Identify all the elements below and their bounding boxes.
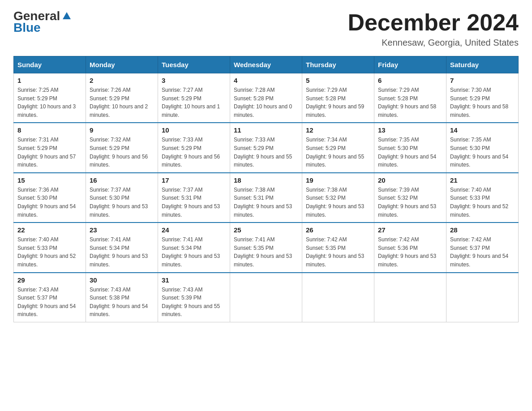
day-info: Sunrise: 7:37 AMSunset: 5:30 PMDaylight:… (90, 186, 154, 219)
day-info: Sunrise: 7:35 AMSunset: 5:30 PMDaylight:… (450, 136, 515, 169)
day-info: Sunrise: 7:43 AMSunset: 5:38 PMDaylight:… (90, 286, 154, 319)
title-section: December 2024 Kennesaw, Georgia, United … (348, 9, 519, 48)
calendar-cell: 7 Sunrise: 7:30 AMSunset: 5:29 PMDayligh… (446, 73, 519, 123)
calendar-cell: 22 Sunrise: 7:40 AMSunset: 5:33 PMDaylig… (14, 223, 86, 272)
day-info: Sunrise: 7:43 AMSunset: 5:39 PMDaylight:… (162, 286, 226, 319)
day-number: 5 (306, 77, 370, 84)
weekday-header-monday: Monday (86, 56, 158, 73)
calendar-header-row: SundayMondayTuesdayWednesdayThursdayFrid… (14, 56, 519, 73)
calendar-week-row: 22 Sunrise: 7:40 AMSunset: 5:33 PMDaylig… (14, 223, 519, 272)
day-number: 31 (162, 276, 226, 284)
weekday-header-sunday: Sunday (14, 56, 86, 73)
day-info: Sunrise: 7:42 AMSunset: 5:36 PMDaylight:… (378, 235, 442, 269)
day-number: 27 (378, 226, 442, 234)
day-number: 9 (90, 126, 154, 134)
calendar-cell: 13 Sunrise: 7:35 AMSunset: 5:30 PMDaylig… (374, 123, 446, 172)
day-number: 19 (306, 176, 370, 184)
day-number: 7 (450, 77, 515, 84)
day-info: Sunrise: 7:31 AMSunset: 5:29 PMDaylight:… (17, 136, 82, 169)
svg-marker-0 (63, 12, 71, 19)
day-number: 8 (17, 126, 82, 134)
calendar-cell: 2 Sunrise: 7:26 AMSunset: 5:29 PMDayligh… (86, 73, 158, 123)
day-number: 24 (162, 226, 226, 234)
day-info: Sunrise: 7:27 AMSunset: 5:29 PMDaylight:… (162, 86, 226, 119)
day-info: Sunrise: 7:37 AMSunset: 5:31 PMDaylight:… (162, 186, 226, 219)
day-number: 26 (306, 226, 370, 234)
page-header: General Blue December 2024 Kennesaw, Geo… (13, 9, 519, 48)
calendar-cell: 15 Sunrise: 7:36 AMSunset: 5:30 PMDaylig… (14, 173, 86, 223)
calendar-week-row: 15 Sunrise: 7:36 AMSunset: 5:30 PMDaylig… (14, 173, 519, 223)
calendar-cell: 9 Sunrise: 7:32 AMSunset: 5:29 PMDayligh… (86, 123, 158, 172)
day-number: 6 (378, 77, 442, 84)
day-number: 3 (162, 77, 226, 84)
calendar-cell (374, 273, 446, 322)
calendar-cell: 29 Sunrise: 7:43 AMSunset: 5:37 PMDaylig… (14, 273, 86, 322)
day-number: 21 (450, 176, 515, 184)
day-number: 10 (162, 126, 226, 134)
calendar-cell: 20 Sunrise: 7:39 AMSunset: 5:32 PMDaylig… (374, 173, 446, 223)
day-info: Sunrise: 7:41 AMSunset: 5:34 PMDaylight:… (90, 235, 154, 269)
calendar-cell: 3 Sunrise: 7:27 AMSunset: 5:29 PMDayligh… (158, 73, 230, 123)
day-info: Sunrise: 7:29 AMSunset: 5:28 PMDaylight:… (378, 86, 442, 119)
day-info: Sunrise: 7:38 AMSunset: 5:32 PMDaylight:… (306, 186, 370, 219)
calendar-week-row: 1 Sunrise: 7:25 AMSunset: 5:29 PMDayligh… (14, 73, 519, 123)
calendar-cell: 21 Sunrise: 7:40 AMSunset: 5:33 PMDaylig… (446, 173, 519, 223)
day-number: 16 (90, 176, 154, 184)
calendar-cell: 12 Sunrise: 7:34 AMSunset: 5:29 PMDaylig… (302, 123, 374, 172)
logo: General Blue (13, 9, 72, 35)
calendar-cell: 18 Sunrise: 7:38 AMSunset: 5:31 PMDaylig… (230, 173, 302, 223)
calendar-cell: 5 Sunrise: 7:29 AMSunset: 5:28 PMDayligh… (302, 73, 374, 123)
day-info: Sunrise: 7:35 AMSunset: 5:30 PMDaylight:… (378, 136, 442, 169)
weekday-header-wednesday: Wednesday (230, 56, 302, 73)
calendar-cell (302, 273, 374, 322)
calendar-cell: 6 Sunrise: 7:29 AMSunset: 5:28 PMDayligh… (374, 73, 446, 123)
calendar-table: SundayMondayTuesdayWednesdayThursdayFrid… (13, 56, 519, 322)
weekday-header-tuesday: Tuesday (158, 56, 230, 73)
calendar-cell: 30 Sunrise: 7:43 AMSunset: 5:38 PMDaylig… (86, 273, 158, 322)
logo-triangle-icon (62, 10, 72, 20)
weekday-header-thursday: Thursday (302, 56, 374, 73)
logo-text-blue: Blue (13, 21, 41, 35)
day-info: Sunrise: 7:42 AMSunset: 5:35 PMDaylight:… (306, 235, 370, 269)
day-number: 11 (234, 126, 298, 134)
day-number: 29 (17, 276, 82, 284)
calendar-cell: 14 Sunrise: 7:35 AMSunset: 5:30 PMDaylig… (446, 123, 519, 172)
day-info: Sunrise: 7:39 AMSunset: 5:32 PMDaylight:… (378, 186, 442, 219)
day-info: Sunrise: 7:38 AMSunset: 5:31 PMDaylight:… (234, 186, 298, 219)
calendar-cell: 25 Sunrise: 7:41 AMSunset: 5:35 PMDaylig… (230, 223, 302, 272)
day-info: Sunrise: 7:26 AMSunset: 5:29 PMDaylight:… (90, 86, 154, 119)
day-number: 4 (234, 77, 298, 84)
day-number: 12 (306, 126, 370, 134)
day-number: 22 (17, 226, 82, 234)
calendar-cell: 31 Sunrise: 7:43 AMSunset: 5:39 PMDaylig… (158, 273, 230, 322)
day-number: 20 (378, 176, 442, 184)
calendar-week-row: 29 Sunrise: 7:43 AMSunset: 5:37 PMDaylig… (14, 273, 519, 322)
calendar-cell: 8 Sunrise: 7:31 AMSunset: 5:29 PMDayligh… (14, 123, 86, 172)
day-info: Sunrise: 7:41 AMSunset: 5:35 PMDaylight:… (234, 235, 298, 269)
day-number: 13 (378, 126, 442, 134)
day-info: Sunrise: 7:30 AMSunset: 5:29 PMDaylight:… (450, 86, 515, 119)
calendar-cell: 27 Sunrise: 7:42 AMSunset: 5:36 PMDaylig… (374, 223, 446, 272)
calendar-cell: 26 Sunrise: 7:42 AMSunset: 5:35 PMDaylig… (302, 223, 374, 272)
calendar-week-row: 8 Sunrise: 7:31 AMSunset: 5:29 PMDayligh… (14, 123, 519, 172)
calendar-cell: 24 Sunrise: 7:41 AMSunset: 5:34 PMDaylig… (158, 223, 230, 272)
day-number: 25 (234, 226, 298, 234)
day-number: 1 (17, 77, 82, 84)
calendar-cell: 10 Sunrise: 7:33 AMSunset: 5:29 PMDaylig… (158, 123, 230, 172)
calendar-title: December 2024 (348, 9, 519, 36)
day-info: Sunrise: 7:33 AMSunset: 5:29 PMDaylight:… (162, 136, 226, 169)
calendar-cell: 4 Sunrise: 7:28 AMSunset: 5:28 PMDayligh… (230, 73, 302, 123)
day-number: 23 (90, 226, 154, 234)
day-number: 17 (162, 176, 226, 184)
day-info: Sunrise: 7:40 AMSunset: 5:33 PMDaylight:… (17, 235, 82, 269)
day-number: 18 (234, 176, 298, 184)
day-number: 14 (450, 126, 515, 134)
calendar-cell: 11 Sunrise: 7:33 AMSunset: 5:29 PMDaylig… (230, 123, 302, 172)
day-number: 15 (17, 176, 82, 184)
day-info: Sunrise: 7:28 AMSunset: 5:28 PMDaylight:… (234, 86, 298, 119)
day-info: Sunrise: 7:41 AMSunset: 5:34 PMDaylight:… (162, 235, 226, 269)
weekday-header-saturday: Saturday (446, 56, 519, 73)
calendar-cell (230, 273, 302, 322)
weekday-header-friday: Friday (374, 56, 446, 73)
day-info: Sunrise: 7:40 AMSunset: 5:33 PMDaylight:… (450, 186, 515, 219)
